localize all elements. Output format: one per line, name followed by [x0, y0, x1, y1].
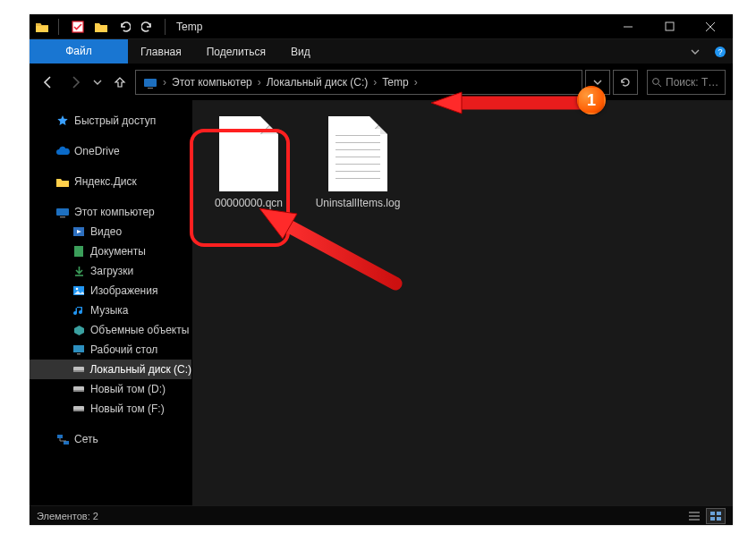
- nav-back-button[interactable]: [37, 71, 60, 94]
- titlebar: Temp: [30, 14, 733, 39]
- nav-yandex-disk[interactable]: Яндекс.Диск: [30, 172, 191, 191]
- nav-documents[interactable]: Документы: [30, 241, 191, 261]
- minimize-button[interactable]: [607, 14, 649, 39]
- svg-rect-7: [56, 208, 69, 216]
- ribbon-tab-view[interactable]: Вид: [278, 39, 323, 64]
- redo-icon[interactable]: [139, 21, 157, 33]
- download-icon: [71, 266, 87, 277]
- nav-this-pc[interactable]: Этот компьютер: [30, 202, 191, 222]
- ribbon-expand-button[interactable]: [683, 39, 708, 64]
- svg-rect-1: [666, 22, 674, 30]
- nav-3d-objects[interactable]: Объемные объекты: [30, 320, 191, 340]
- nav-pictures[interactable]: Изображения: [30, 281, 191, 301]
- svg-text:?: ?: [718, 47, 722, 56]
- ribbon: Файл Главная Поделиться Вид ?: [30, 39, 733, 64]
- svg-point-12: [76, 288, 79, 291]
- search-box[interactable]: Поиск: T…: [647, 70, 726, 95]
- cloud-icon: [55, 146, 71, 157]
- address-toolbar: › Этот компьютер › Локальный диск (C:) ›…: [30, 64, 733, 100]
- folder-app-icon: [34, 21, 50, 33]
- file-item[interactable]: UninstallItems.log: [309, 111, 407, 215]
- qat-divider: [165, 19, 166, 35]
- nav-videos[interactable]: Видео: [30, 222, 191, 241]
- search-placeholder: Поиск: T…: [666, 76, 718, 89]
- drive-icon: [71, 385, 87, 394]
- nav-onedrive[interactable]: OneDrive: [30, 141, 191, 161]
- breadcrumb-item[interactable]: Этот компьютер: [168, 71, 256, 94]
- ribbon-tab-file[interactable]: Файл: [30, 39, 128, 64]
- window-title: Temp: [176, 21, 202, 33]
- titlebar-divider: [58, 19, 59, 35]
- svg-rect-22: [64, 441, 69, 445]
- maximize-button[interactable]: [649, 14, 690, 39]
- breadcrumb-root-icon[interactable]: [140, 71, 161, 94]
- svg-rect-23: [710, 512, 715, 515]
- file-name: UninstallItems.log: [316, 197, 401, 209]
- file-list-area[interactable]: 00000000.qcn UninstallItems.log: [192, 100, 733, 505]
- svg-rect-10: [74, 246, 83, 257]
- file-name: 00000000.qcn: [215, 197, 283, 209]
- nav-music[interactable]: Музыка: [30, 301, 191, 320]
- svg-rect-4: [144, 79, 157, 87]
- chevron-right-icon[interactable]: ›: [412, 76, 420, 89]
- status-item-count: Элементов: 2: [37, 511, 98, 521]
- file-icon: [328, 116, 387, 191]
- nav-desktop[interactable]: Рабочий стол: [30, 340, 191, 360]
- view-details-button[interactable]: [684, 508, 704, 524]
- svg-rect-5: [148, 88, 153, 89]
- svg-rect-8: [60, 216, 65, 217]
- properties-icon[interactable]: [69, 21, 87, 33]
- chevron-right-icon[interactable]: ›: [256, 76, 263, 89]
- explorer-body: Быстрый доступ OneDrive Яндекс.Диск Этот…: [30, 100, 733, 505]
- network-icon: [55, 434, 71, 445]
- nav-downloads[interactable]: Загрузки: [30, 261, 191, 281]
- nav-forward-button[interactable]: [64, 71, 87, 94]
- video-icon: [71, 226, 87, 237]
- status-bar: Элементов: 2: [30, 505, 733, 525]
- nav-local-disk-d[interactable]: Новый том (D:): [30, 379, 191, 399]
- nav-recent-button[interactable]: [90, 71, 105, 94]
- svg-rect-25: [710, 517, 715, 521]
- svg-rect-16: [73, 370, 84, 372]
- nav-quick-access[interactable]: Быстрый доступ: [30, 111, 191, 131]
- navigation-pane[interactable]: Быстрый доступ OneDrive Яндекс.Диск Этот…: [30, 100, 192, 505]
- desktop-icon: [71, 344, 87, 355]
- nav-network[interactable]: Сеть: [30, 429, 191, 449]
- nav-local-disk-c[interactable]: Локальный диск (C:): [30, 360, 191, 379]
- svg-rect-13: [73, 345, 84, 352]
- help-button[interactable]: ?: [708, 39, 733, 64]
- breadcrumb-item[interactable]: Локальный диск (C:): [263, 71, 372, 94]
- svg-rect-20: [73, 410, 84, 411]
- file-icon: [219, 116, 278, 191]
- music-icon: [71, 305, 87, 317]
- ribbon-tab-share[interactable]: Поделиться: [194, 39, 278, 64]
- explorer-window: Temp Файл Главная Поделиться Вид ?: [30, 14, 733, 525]
- svg-rect-18: [73, 390, 84, 392]
- refresh-button[interactable]: [613, 70, 638, 95]
- nav-local-disk-f[interactable]: Новый том (F:): [30, 399, 191, 419]
- undo-icon[interactable]: [115, 21, 133, 33]
- new-folder-icon[interactable]: [92, 21, 110, 33]
- document-icon: [71, 245, 87, 258]
- close-button[interactable]: [690, 14, 731, 39]
- file-item[interactable]: 00000000.qcn: [200, 111, 298, 215]
- chevron-right-icon[interactable]: ›: [371, 76, 378, 89]
- svg-rect-26: [717, 517, 721, 521]
- svg-rect-21: [57, 435, 63, 438]
- address-bar[interactable]: › Этот компьютер › Локальный диск (C:) ›…: [135, 70, 582, 95]
- svg-rect-24: [717, 512, 721, 515]
- drive-icon: [71, 365, 86, 374]
- folder-icon: [55, 176, 71, 188]
- drive-icon: [71, 404, 87, 413]
- star-icon: [55, 114, 71, 127]
- cube-icon: [71, 325, 87, 336]
- annotation-step-badge: 1: [577, 86, 606, 114]
- svg-point-6: [653, 78, 659, 84]
- pc-icon: [55, 207, 71, 218]
- nav-up-button[interactable]: [108, 71, 132, 94]
- chevron-right-icon[interactable]: ›: [161, 76, 168, 89]
- picture-icon: [71, 285, 87, 296]
- ribbon-tab-home[interactable]: Главная: [128, 39, 194, 64]
- breadcrumb-item[interactable]: Temp: [378, 71, 412, 94]
- view-large-icons-button[interactable]: [706, 508, 726, 524]
